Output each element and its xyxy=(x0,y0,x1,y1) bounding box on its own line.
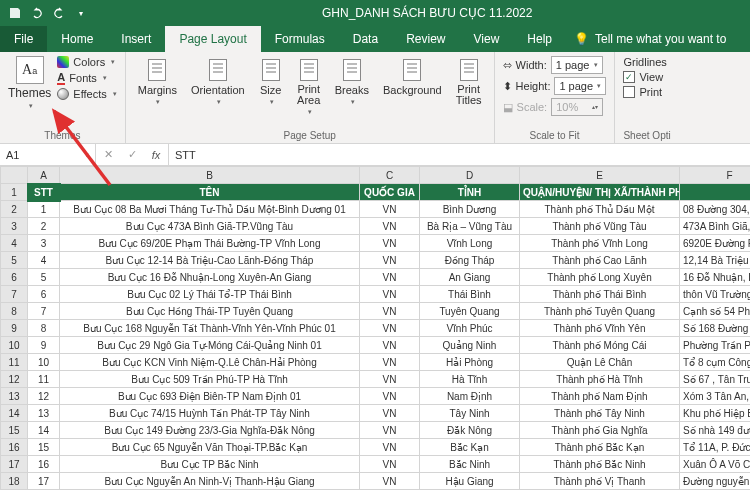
cell[interactable]: QUẬN/HUYỆN/ THỊ XÃ/THÀNH PHỐ xyxy=(520,184,680,201)
col-header-a[interactable]: A xyxy=(28,167,60,184)
spreadsheet-grid[interactable]: A B C D E F 1 STT TÊN QUỐC GIA TỈNH QUẬN… xyxy=(0,166,750,496)
tab-page-layout[interactable]: Page Layout xyxy=(165,26,260,52)
cell[interactable]: Số nhà 149 đườ xyxy=(680,422,751,439)
fx-icon[interactable]: fx xyxy=(144,149,168,161)
cell[interactable]: TỈNH xyxy=(420,184,520,201)
cell[interactable]: 17 xyxy=(28,473,60,490)
height-input[interactable]: 1 page▾ xyxy=(554,77,606,95)
cell[interactable]: Xuân Ô A Võ Cư xyxy=(680,456,751,473)
tab-insert[interactable]: Insert xyxy=(107,26,165,52)
cell[interactable]: VN xyxy=(360,473,420,490)
tab-file[interactable]: File xyxy=(0,26,47,52)
gridlines-print-checkbox[interactable]: Print xyxy=(623,86,666,98)
cell[interactable]: Thái Bình xyxy=(420,286,520,303)
cell[interactable]: Bà Rịa – Vũng Tàu xyxy=(420,218,520,235)
cell[interactable]: VN xyxy=(360,388,420,405)
cell[interactable]: Thành phố Bắc Kạn xyxy=(520,439,680,456)
tab-formulas[interactable]: Formulas xyxy=(261,26,339,52)
cell[interactable]: Bưu Cục 02 Lý Thái Tổ-TP Thái Bình xyxy=(60,286,360,303)
row-header[interactable]: 11 xyxy=(1,354,28,371)
cell[interactable]: Thành phố Hà Tĩnh xyxy=(520,371,680,388)
cell[interactable]: 1 xyxy=(28,201,60,218)
cell[interactable]: Thành phố Vĩnh Long xyxy=(520,235,680,252)
redo-icon[interactable] xyxy=(48,2,70,24)
cell[interactable]: VN xyxy=(360,252,420,269)
cell[interactable]: Bưu Cục KCN Vinh Niệm-Q.Lê Chân-Hải Phòn… xyxy=(60,354,360,371)
cell[interactable]: 11 xyxy=(28,371,60,388)
cell[interactable]: Bưu Cục 65 Nguyễn Văn Thoại-TP.Bắc Kạn xyxy=(60,439,360,456)
cell[interactable]: Thành phố Cao Lãnh xyxy=(520,252,680,269)
row-header[interactable]: 7 xyxy=(1,286,28,303)
cell[interactable] xyxy=(680,184,751,201)
formula-input[interactable]: STT xyxy=(169,144,750,165)
cell[interactable]: Hậu Giang xyxy=(420,473,520,490)
cell[interactable]: Quận Lê Chân xyxy=(520,354,680,371)
cell[interactable]: 08 Đường 304, p xyxy=(680,201,751,218)
row-header[interactable]: 4 xyxy=(1,235,28,252)
row-header[interactable]: 9 xyxy=(1,320,28,337)
cell[interactable]: Thành phố Gia Nghĩa xyxy=(520,422,680,439)
cell[interactable]: Đường nguyễn a xyxy=(680,473,751,490)
row-header[interactable]: 10 xyxy=(1,337,28,354)
cell[interactable]: 4 xyxy=(28,252,60,269)
size-button[interactable]: Size▾ xyxy=(255,56,287,108)
print-titles-button[interactable]: Print Titles xyxy=(452,56,486,108)
margins-button[interactable]: Margins▾ xyxy=(134,56,181,108)
tab-review[interactable]: Review xyxy=(392,26,459,52)
cell[interactable]: 8 xyxy=(28,320,60,337)
cell[interactable]: VN xyxy=(360,286,420,303)
cell[interactable]: Bưu Cục 509 Trần Phú-TP Hà Tĩnh xyxy=(60,371,360,388)
effects-button[interactable]: Effects▾ xyxy=(57,88,116,100)
cell[interactable]: Thành phố Vũng Tàu xyxy=(520,218,680,235)
cell[interactable]: Thành phố Thái Bình xyxy=(520,286,680,303)
cell[interactable]: Bình Dương xyxy=(420,201,520,218)
cell[interactable]: 16 Đỗ Nhuận, Ph xyxy=(680,269,751,286)
qat-customize-icon[interactable]: ▾ xyxy=(70,2,92,24)
cell[interactable]: Tuyên Quang xyxy=(420,303,520,320)
cell[interactable]: An Giang xyxy=(420,269,520,286)
cell[interactable]: 14 xyxy=(28,422,60,439)
cell[interactable]: VN xyxy=(360,354,420,371)
cell[interactable]: Đồng Tháp xyxy=(420,252,520,269)
row-header[interactable]: 18 xyxy=(1,473,28,490)
cell[interactable]: Số 67 , Tân Trun xyxy=(680,371,751,388)
undo-icon[interactable] xyxy=(26,2,48,24)
tab-view[interactable]: View xyxy=(460,26,514,52)
cell[interactable]: Bắc Kạn xyxy=(420,439,520,456)
cell[interactable]: TÊN xyxy=(60,184,360,201)
row-header[interactable]: 15 xyxy=(1,422,28,439)
row-header[interactable]: 3 xyxy=(1,218,28,235)
name-box[interactable]: A1▾ xyxy=(0,144,96,165)
cell[interactable]: Bưu Cục 69/20E Phạm Thái Bường-TP Vĩnh L… xyxy=(60,235,360,252)
cell[interactable]: 2 xyxy=(28,218,60,235)
cell[interactable]: Bưu Cục 12-14 Bà Triệu-Cao Lãnh-Đồng Thá… xyxy=(60,252,360,269)
cell[interactable]: Thành phố Móng Cái xyxy=(520,337,680,354)
row-header[interactable]: 12 xyxy=(1,371,28,388)
col-header-f[interactable]: F xyxy=(680,167,751,184)
cell[interactable]: Tổ 8 cụm Công xyxy=(680,354,751,371)
cell[interactable]: Vĩnh Long xyxy=(420,235,520,252)
cell[interactable]: VN xyxy=(360,235,420,252)
cell[interactable]: VN xyxy=(360,337,420,354)
cell[interactable]: Bưu Cục 08 Ba Mươi Tháng Tư-Thủ Dầu Một-… xyxy=(60,201,360,218)
cell[interactable]: Thành phố Tuyên Quang xyxy=(520,303,680,320)
cell[interactable]: 9 xyxy=(28,337,60,354)
cell[interactable]: Hà Tĩnh xyxy=(420,371,520,388)
cell[interactable]: VN xyxy=(360,422,420,439)
row-header[interactable]: 8 xyxy=(1,303,28,320)
row-header[interactable]: 2 xyxy=(1,201,28,218)
cell[interactable]: Bưu Cục 149 Đường 23/3-Gia Nghĩa-Đắk Nôn… xyxy=(60,422,360,439)
cell[interactable]: VN xyxy=(360,456,420,473)
themes-button[interactable]: Aa Themes▾ xyxy=(8,56,51,110)
cell[interactable]: Thành phố Vị Thanh xyxy=(520,473,680,490)
cell[interactable]: Thành phố Long Xuyên xyxy=(520,269,680,286)
cell[interactable]: Quảng Ninh xyxy=(420,337,520,354)
cell[interactable]: Bưu Cục 29 Ngô Gia Tự-Móng Cái-Quảng Nin… xyxy=(60,337,360,354)
row-header[interactable]: 5 xyxy=(1,252,28,269)
cell[interactable]: Thành phố Nam Định xyxy=(520,388,680,405)
cell[interactable]: VN xyxy=(360,371,420,388)
col-header-b[interactable]: B xyxy=(60,167,360,184)
cell[interactable]: 13 xyxy=(28,405,60,422)
cell[interactable]: 6 xyxy=(28,286,60,303)
cell[interactable]: VN xyxy=(360,439,420,456)
